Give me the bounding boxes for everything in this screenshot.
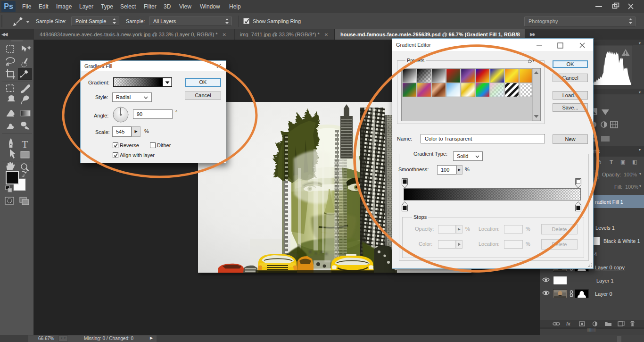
svg-text:fx: fx	[566, 321, 570, 326]
svg-text:T: T	[22, 138, 28, 150]
